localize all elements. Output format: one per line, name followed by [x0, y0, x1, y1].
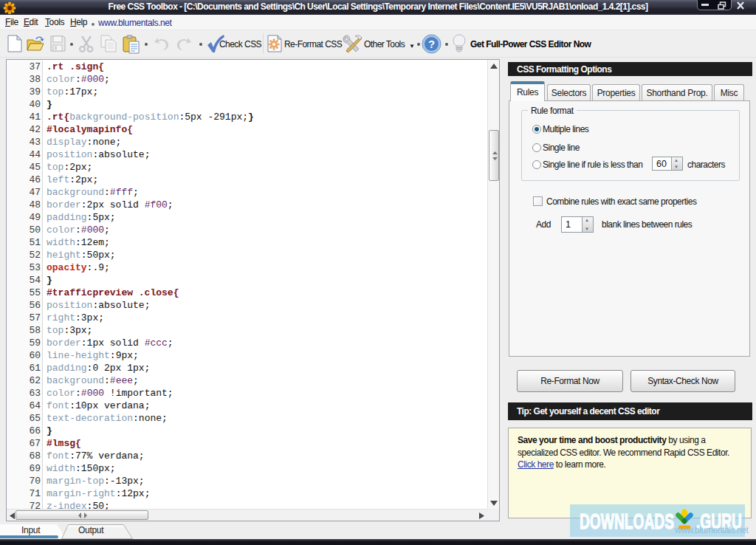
svg-text:?: ? — [428, 38, 435, 50]
